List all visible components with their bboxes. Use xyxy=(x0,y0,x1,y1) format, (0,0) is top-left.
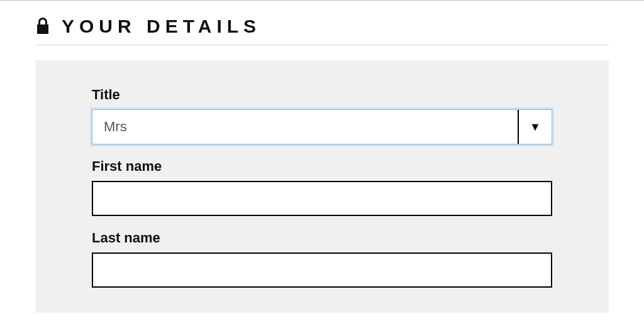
last-name-label: Last name xyxy=(92,230,552,246)
first-name-input[interactable] xyxy=(92,181,552,216)
title-select-arrow[interactable]: ▼ xyxy=(518,110,552,144)
last-name-field: Last name xyxy=(92,230,552,288)
first-name-field: First name xyxy=(92,158,552,216)
first-name-label: First name xyxy=(92,158,552,175)
title-field: Title Mrs ▼ xyxy=(92,87,552,144)
chevron-down-icon: ▼ xyxy=(530,121,541,134)
title-label: Title xyxy=(92,87,552,103)
last-name-input[interactable] xyxy=(92,252,552,288)
section-title: YOUR DETAILS xyxy=(62,16,261,37)
form-panel: Title Mrs ▼ First name Last name xyxy=(35,60,609,313)
title-select-value: Mrs xyxy=(92,110,518,144)
lock-icon xyxy=(35,17,50,35)
details-section: YOUR DETAILS Title Mrs ▼ First name Last… xyxy=(0,1,644,313)
title-select[interactable]: Mrs ▼ xyxy=(92,109,552,144)
section-header: YOUR DETAILS xyxy=(35,1,609,45)
